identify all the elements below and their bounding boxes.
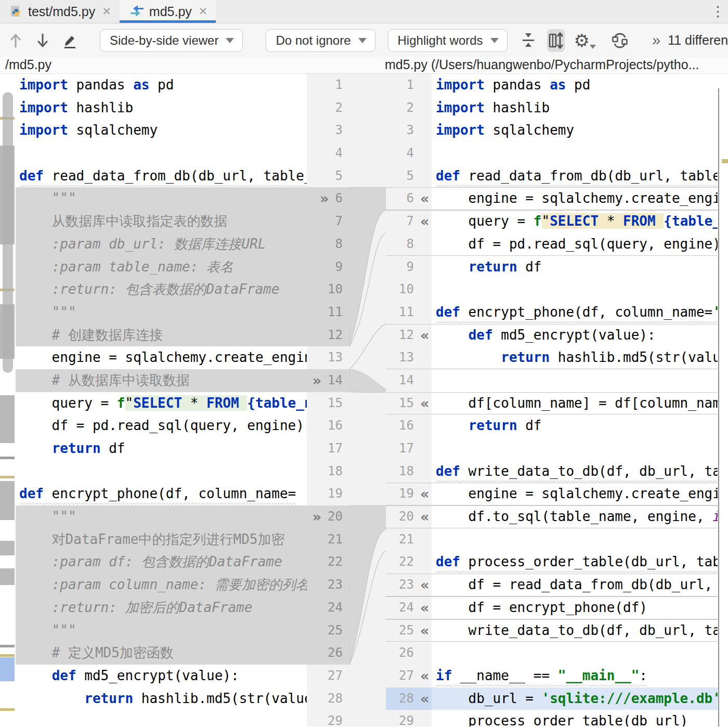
edit-source-icon[interactable] (61, 32, 78, 49)
left-error-stripe[interactable] (0, 74, 16, 726)
code-line[interactable]: import hashlib (16, 97, 307, 120)
code-line[interactable]: def read_data_from_db(db_url, table_name… (432, 165, 718, 188)
apply-right-icon[interactable]: » (313, 369, 321, 392)
toolbar-overflow-icon[interactable]: » (652, 32, 660, 49)
left-scrollbar-thumb[interactable] (3, 92, 13, 373)
minimap-marker[interactable] (0, 481, 15, 520)
code-line[interactable]: :param df: 包含数据的DataFrame (16, 551, 307, 574)
code-line[interactable]: df = read_data_from_db(db_url, t (432, 574, 718, 596)
code-line[interactable]: def encrypt_phone(df, column_name=' (432, 301, 718, 324)
apply-left-icon[interactable]: « (420, 483, 429, 505)
code-line[interactable]: import pandas as pd (432, 74, 718, 97)
apply-left-icon[interactable]: « (420, 665, 429, 687)
apply-left-icon[interactable]: « (420, 392, 429, 415)
code-line[interactable]: return df (16, 437, 307, 460)
code-line[interactable]: return df (432, 256, 718, 279)
code-line[interactable]: process_order_table(db_url) (432, 710, 718, 726)
minimap-marker[interactable] (722, 159, 728, 163)
right-editor[interactable]: import pandas as pdimport hashlibimport … (432, 74, 718, 726)
minimap-marker[interactable] (0, 568, 15, 585)
code-line[interactable] (432, 528, 718, 551)
collapse-unchanged-icon[interactable] (520, 32, 537, 49)
right-scrollbar-track[interactable] (718, 88, 719, 726)
apply-left-icon[interactable]: « (420, 210, 429, 233)
code-line[interactable]: def encrypt_phone(df, column_name= (16, 483, 307, 505)
code-line[interactable]: """ (16, 187, 307, 210)
minimap-marker[interactable] (0, 395, 15, 443)
apply-left-icon[interactable]: « (420, 574, 429, 596)
synchronize-scrolling-icon[interactable] (547, 29, 565, 52)
code-line[interactable]: engine = sqlalchemy.create_engine (432, 483, 718, 505)
settings-gear-icon[interactable]: ⚙ (574, 30, 590, 51)
code-line[interactable]: return df (432, 414, 718, 437)
code-line[interactable] (432, 142, 718, 165)
swap-sides-icon[interactable] (610, 31, 629, 50)
code-line[interactable]: :return: 加密后的DataFrame (16, 596, 307, 619)
code-line[interactable] (16, 460, 307, 483)
prev-difference-icon[interactable] (8, 33, 23, 48)
right-error-stripe[interactable] (718, 74, 728, 726)
highlight-mode-select[interactable]: Highlight words (388, 29, 508, 52)
close-icon[interactable]: ✕ (199, 5, 208, 18)
apply-left-icon[interactable]: « (420, 324, 429, 347)
code-line[interactable]: df[column_name] = df[column_name] (432, 392, 718, 415)
apply-right-icon[interactable]: » (320, 187, 329, 210)
next-difference-icon[interactable] (35, 33, 50, 48)
code-line[interactable]: write_data_to_db(df, db_url, tab (432, 619, 718, 642)
tab-md5-diff[interactable]: md5.py ✕ (120, 0, 216, 23)
code-line[interactable]: def read_data_from_db(db_url, table_name… (16, 165, 307, 188)
code-line[interactable]: query = f"SELECT * FROM {table_name}" (432, 210, 718, 233)
tab-test-md5[interactable]: test/md5.py ✕ (0, 0, 120, 23)
code-line[interactable]: # 定义MD5加密函数 (16, 642, 307, 665)
code-line[interactable]: import hashlib (432, 97, 718, 120)
code-line[interactable] (432, 278, 718, 301)
code-line[interactable]: # 从数据库中读取数据 (16, 369, 307, 392)
minimap-marker[interactable] (0, 457, 15, 459)
code-line[interactable]: import sqlalchemy (16, 119, 307, 142)
code-line[interactable] (16, 142, 307, 165)
code-line[interactable]: # 创建数据库连接 (16, 324, 307, 347)
code-line[interactable]: :return: 包含表数据的DataFrame (16, 278, 307, 301)
left-editor[interactable]: import pandas as pdimport hashlibimport … (16, 74, 307, 726)
minimap-marker[interactable] (0, 645, 15, 647)
code-line[interactable]: :param db_url: 数据库连接URL (16, 233, 307, 256)
code-line[interactable]: engine = sqlalchemy.create_engine(db_url… (16, 346, 307, 369)
code-line[interactable]: """ (16, 301, 307, 324)
code-line[interactable]: if __name__ == "__main__": (432, 665, 718, 687)
code-line[interactable]: query = f"SELECT * FROM {table_name}" (16, 392, 307, 415)
code-line[interactable]: :param column_name: 需要加密的列名 (16, 574, 307, 596)
code-line[interactable] (432, 437, 718, 460)
minimap-marker[interactable] (0, 657, 15, 681)
apply-left-icon[interactable]: « (420, 187, 429, 210)
code-line[interactable] (16, 710, 307, 726)
minimap-marker[interactable] (0, 654, 15, 657)
code-line[interactable]: 从数据库中读取指定表的数据 (16, 210, 307, 233)
minimap-marker[interactable] (0, 708, 15, 711)
apply-left-icon[interactable]: « (420, 596, 429, 619)
code-line[interactable]: def write_data_to_db(df, db_url, table_n… (432, 460, 718, 483)
code-line[interactable]: def md5_encrypt(value): (16, 665, 307, 687)
code-line[interactable]: return hashlib.md5(str(value).encode() (432, 346, 718, 369)
code-line[interactable]: df = pd.read_sql(query, engine) (16, 414, 307, 437)
code-line[interactable]: """ (16, 619, 307, 642)
minimap-marker[interactable] (0, 476, 15, 478)
code-line[interactable]: def process_order_table(db_url, table_na (432, 551, 718, 574)
tab-overflow-menu-icon[interactable]: ⋮ (711, 3, 725, 20)
apply-right-icon[interactable]: » (313, 505, 321, 528)
apply-left-icon[interactable]: « (420, 505, 429, 528)
code-line[interactable]: :param table_name: 表名 (16, 256, 307, 279)
code-line[interactable]: import pandas as pd (16, 74, 307, 97)
code-line[interactable]: df = pd.read_sql(query, engine) (432, 233, 718, 256)
code-line[interactable]: import sqlalchemy (432, 119, 718, 142)
whitespace-policy-select[interactable]: Do not ignore (266, 29, 375, 52)
close-icon[interactable]: ✕ (102, 5, 111, 18)
code-line[interactable]: db_url = 'sqlite:///example.db' (432, 687, 718, 710)
code-line[interactable]: 对DataFrame中的指定列进行MD5加密 (16, 528, 307, 551)
viewer-mode-select[interactable]: Side-by-side viewer (100, 29, 243, 52)
apply-left-icon[interactable]: « (420, 619, 429, 642)
code-line[interactable] (432, 642, 718, 665)
apply-left-icon[interactable]: « (420, 687, 429, 710)
code-line[interactable]: return hashlib.md5(str(value).encode() (16, 687, 307, 710)
code-line[interactable]: df.to_sql(table_name, engine, i (432, 505, 718, 528)
code-line[interactable]: def md5_encrypt(value): (432, 324, 718, 347)
